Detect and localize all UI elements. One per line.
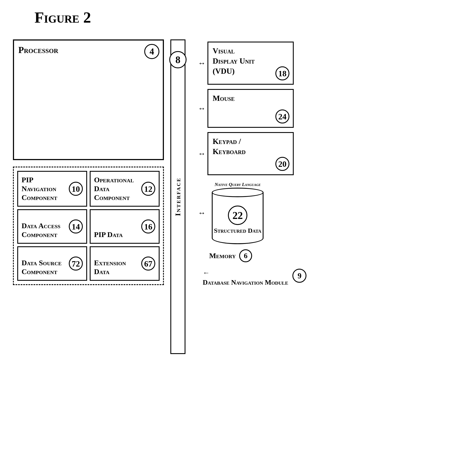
mouse-label: Mouse [213,94,235,103]
keyboard-arrow: ↔ [198,149,206,158]
interface-number: 8 [169,51,187,68]
processor-number: 4 [144,44,159,59]
extension-data-number: 67 [141,257,155,271]
data-access-cell: Data AccessComponent 14 [17,209,87,244]
pip-outer-box: PIPNavigationComponent 10 OperationalDat… [13,167,164,285]
mouse-number: 24 [275,110,289,123]
pip-grid: PIPNavigationComponent 10 OperationalDat… [17,171,160,281]
extension-data-cell: ExtensionData 67 [90,246,160,281]
vdu-arrow: ↔ [198,59,206,68]
vdu-label: VisualDisplay Unit(VDU) [213,47,255,75]
keyboard-number: 20 [275,157,289,171]
mouse-arrow: ↔ [198,104,206,113]
pip-nav-cell: PIPNavigationComponent 10 [17,171,87,207]
mouse-row: ↔ Mouse 24 [196,89,306,128]
mouse-box: Mouse 24 [207,89,294,128]
memory-number: 6 [239,249,252,262]
data-access-number: 14 [69,220,83,234]
db-nav-label: Database Navigation Module [203,278,288,287]
vdu-box: VisualDisplay Unit(VDU) 18 [207,42,294,85]
db-inner-label: Structured Data [214,227,261,234]
db-arrow: ↔ [198,208,206,217]
page-container: Figure 2 Processor 4 PIPNavigationCompon… [13,9,450,354]
op-data-number: 12 [141,182,155,196]
db-nav-number: 9 [293,269,306,283]
pip-data-cell: PIP Data 16 [90,209,160,244]
db-top-label: Native Query Language [210,182,266,187]
op-data-cell: OperationalDataComponent 12 [90,171,160,207]
interface-label: Interface [174,177,182,216]
memory-label: Memory [209,252,236,260]
vdu-number: 18 [275,66,289,80]
interface-bar: 8 Interface [170,39,186,354]
interface-column: 8 Interface [170,39,186,354]
db-row: ↔ Native Query Language 22 Structured Da… [196,182,306,244]
db-nav-arrow: ← [203,269,210,277]
processor-label: Processor [18,45,58,55]
cylinder-top [212,188,264,197]
db-inner-number: 22 [228,206,247,225]
processor-box: Processor 4 [13,39,164,160]
data-source-cell: Data SourceComponent 72 [17,246,87,281]
keyboard-row: ↔ Keypad /Keyboard 20 [196,132,306,175]
right-column: ↔ VisualDisplay Unit(VDU) 18 ↔ Mouse 24 … [196,42,306,287]
memory-area: Memory 6 [209,249,306,262]
diagram: Processor 4 PIPNavigationComponent 10 Op… [13,39,450,354]
pip-nav-number: 10 [69,182,83,196]
pip-data-number: 16 [141,220,155,234]
cylinder-wrapper: Native Query Language 22 Structured Data [210,182,266,244]
keyboard-box: Keypad /Keyboard 20 [207,132,294,175]
vdu-row: ↔ VisualDisplay Unit(VDU) 18 [196,42,306,85]
db-nav-area: ← Database Navigation Module 9 [203,269,306,287]
cylinder-body: 22 Structured Data [212,192,264,244]
left-column: Processor 4 PIPNavigationComponent 10 Op… [13,39,164,285]
data-source-number: 72 [69,257,83,271]
figure-title: Figure 2 [35,9,450,26]
keyboard-label: Keypad /Keyboard [213,137,246,156]
